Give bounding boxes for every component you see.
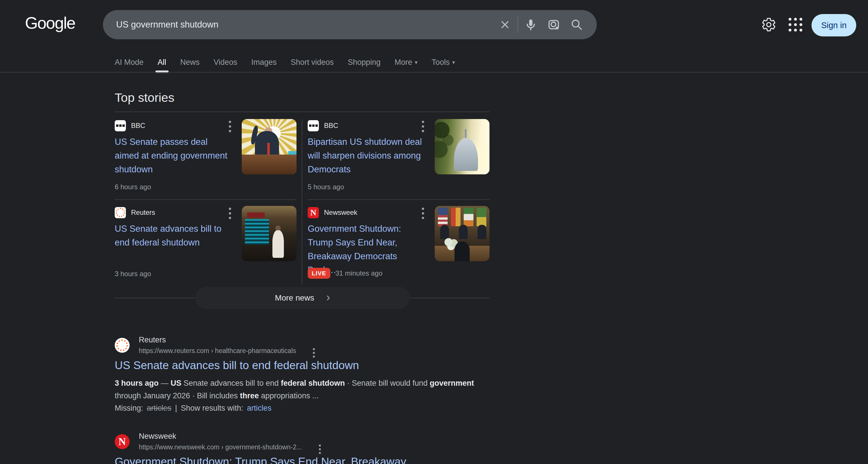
lens-search-button[interactable] xyxy=(542,13,565,36)
chevron-down-icon: ▾ xyxy=(452,60,455,65)
apps-grid-icon xyxy=(788,18,802,32)
search-bar-icons xyxy=(494,13,588,36)
tab-ai-mode[interactable]: AI Mode xyxy=(115,53,144,72)
google-apps-button[interactable] xyxy=(787,17,804,33)
three-dot-menu-icon xyxy=(422,208,424,219)
tab-more[interactable]: More▾ xyxy=(395,53,417,72)
bbc-favicon xyxy=(308,120,319,131)
three-dot-menu-icon xyxy=(422,121,424,132)
gear-icon xyxy=(761,17,776,32)
card-publisher-row[interactable]: BBC xyxy=(308,120,428,131)
search-icon xyxy=(570,18,583,31)
three-dot-menu-icon xyxy=(319,444,321,454)
google-logo[interactable]: Google xyxy=(25,13,75,32)
row-divider xyxy=(115,199,297,200)
voice-search-button[interactable] xyxy=(519,13,542,36)
google-lens-icon xyxy=(547,18,560,31)
bbc-favicon xyxy=(115,120,126,131)
reuters-favicon xyxy=(115,338,130,353)
three-dot-menu-icon xyxy=(229,208,231,219)
search-submit-button[interactable] xyxy=(565,13,588,36)
article-thumbnail[interactable] xyxy=(242,119,297,174)
result-source-name[interactable]: Newsweek xyxy=(139,432,176,441)
news-card: BBC Bipartisan US shutdown deal will sha… xyxy=(308,119,490,199)
separator: | xyxy=(175,404,177,413)
card-menu-button[interactable] xyxy=(422,121,424,132)
top-stories-heading: Top stories xyxy=(115,91,174,105)
top-stories-grid: BBC US Senate passes deal aimed at endin… xyxy=(115,119,490,284)
newsweek-favicon: N xyxy=(115,434,130,449)
publisher-name: Reuters xyxy=(131,209,155,217)
tab-label: News xyxy=(180,58,200,67)
result-breadcrumb-url[interactable]: https://www.reuters.com › healthcare-pha… xyxy=(139,347,296,355)
card-menu-button[interactable] xyxy=(229,121,231,132)
tab-label: More xyxy=(395,58,412,67)
chevron-down-icon: ▾ xyxy=(415,60,417,65)
card-menu-button[interactable] xyxy=(229,208,231,219)
article-title-link[interactable]: Bipartisan US shutdown deal will sharpen… xyxy=(308,135,424,176)
publisher-name: BBC xyxy=(324,122,338,130)
chevron-right-icon: › xyxy=(326,291,330,303)
result-breadcrumb-url[interactable]: https://www.newsweek.com › government-sh… xyxy=(139,443,302,451)
column-divider xyxy=(302,119,302,285)
search-input[interactable]: US government shutdown xyxy=(116,20,494,30)
three-dot-menu-icon xyxy=(313,348,315,358)
row-divider xyxy=(308,199,490,200)
live-badge: LIVE xyxy=(308,268,330,279)
tab-news[interactable]: News xyxy=(180,53,200,72)
tab-label: Tools xyxy=(432,58,450,67)
clear-search-button[interactable] xyxy=(494,13,517,36)
search-bar[interactable]: US government shutdown xyxy=(103,10,597,39)
tab-label: Shopping xyxy=(348,58,380,67)
live-timestamp-row: LIVE 31 minutes ago xyxy=(308,268,382,279)
close-icon xyxy=(499,19,511,31)
article-title-link[interactable]: US Senate passes deal aimed at ending go… xyxy=(115,135,231,176)
more-news-button[interactable]: More news › xyxy=(195,287,410,309)
article-thumbnail[interactable] xyxy=(242,206,297,261)
publisher-name: BBC xyxy=(131,122,145,130)
tab-label: Images xyxy=(251,58,277,67)
card-publisher-row[interactable]: N Newsweek xyxy=(308,207,428,218)
tab-label: Short videos xyxy=(291,58,334,67)
card-menu-button[interactable] xyxy=(422,208,424,219)
result-type-tabs: AI Mode All News Videos Images Short vid… xyxy=(115,53,455,72)
search-bar-divider xyxy=(518,17,518,33)
article-title-link[interactable]: US Senate advances bill to end federal s… xyxy=(115,222,231,249)
google-search-results-page: Google US government shutdown xyxy=(0,0,868,464)
article-thumbnail[interactable] xyxy=(435,206,490,261)
tab-shopping[interactable]: Shopping xyxy=(348,53,380,72)
result-title-link[interactable]: Government Shutdown: Trump Says End Near… xyxy=(115,455,406,464)
result-snippet: 3 hours ago — US Senate advances bill to… xyxy=(115,377,482,402)
header-divider xyxy=(0,72,868,72)
three-dot-menu-icon xyxy=(229,121,231,132)
card-publisher-row[interactable]: Reuters xyxy=(115,207,235,218)
microphone-icon xyxy=(524,18,537,31)
card-publisher-row[interactable]: BBC xyxy=(115,120,235,131)
newsweek-favicon: N xyxy=(308,207,319,218)
article-thumbnail[interactable] xyxy=(435,119,490,174)
reuters-favicon xyxy=(115,207,126,218)
tab-tools[interactable]: Tools▾ xyxy=(432,53,455,72)
article-timestamp: 3 hours ago xyxy=(115,270,151,278)
settings-button[interactable] xyxy=(761,17,777,33)
result-menu-button[interactable] xyxy=(319,444,321,454)
sign-in-button[interactable]: Sign in xyxy=(811,14,856,36)
tab-short-videos[interactable]: Short videos xyxy=(291,53,334,72)
show-results-link[interactable]: articles xyxy=(247,404,272,413)
result-source-name[interactable]: Reuters xyxy=(139,336,166,344)
more-news-label: More news xyxy=(275,293,314,303)
top-stories-divider xyxy=(115,112,490,112)
article-timestamp: 6 hours ago xyxy=(115,183,151,191)
result-title-link[interactable]: US Senate advances bill to end federal s… xyxy=(115,359,359,372)
missing-label: Missing: xyxy=(115,404,143,413)
missing-term: articles xyxy=(147,404,172,413)
news-card: N Newsweek Government Shutdown: Trump Sa… xyxy=(308,206,490,286)
tab-videos[interactable]: Videos xyxy=(214,53,237,72)
article-timestamp: 31 minutes ago xyxy=(336,269,382,277)
tab-images[interactable]: Images xyxy=(251,53,277,72)
tab-label: All xyxy=(158,58,166,67)
result-menu-button[interactable] xyxy=(313,348,315,358)
show-results-label: Show results with: xyxy=(181,404,244,413)
tab-all[interactable]: All xyxy=(158,53,166,72)
news-card: BBC US Senate passes deal aimed at endin… xyxy=(115,119,297,199)
